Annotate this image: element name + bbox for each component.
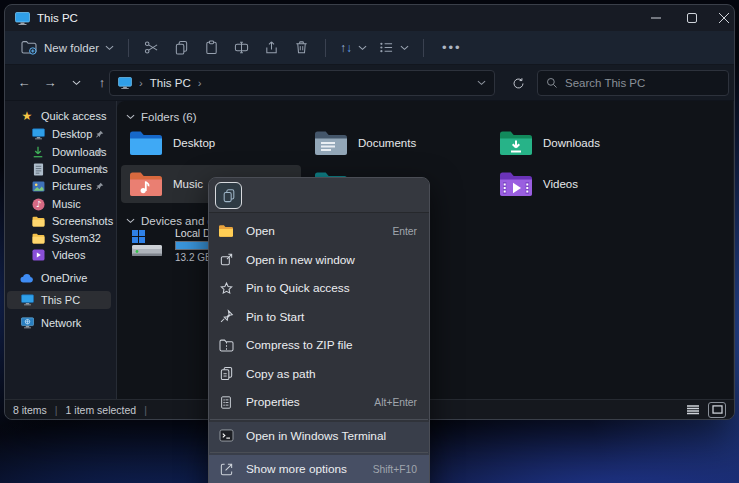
folder-music-icon (129, 169, 163, 199)
toolbar-divider (423, 39, 424, 57)
collapse-chevron-icon (126, 114, 135, 120)
chevron-down-icon (105, 45, 114, 51)
forward-button[interactable]: → (37, 75, 63, 90)
sidebar-item-music[interactable]: ♪ Music (7, 195, 111, 213)
copy-path-icon (218, 366, 234, 382)
menu-item-copy-as-path[interactable]: Copy as path (209, 360, 429, 389)
star-icon: ★ (20, 109, 34, 123)
context-menu-items: Open Enter Open in new window Pin to Qui… (209, 213, 429, 483)
folder-downloads-icon (499, 128, 533, 158)
sort-button[interactable]: ↑↓ (334, 35, 373, 61)
tile-label: Videos (543, 178, 578, 190)
breadcrumb[interactable]: This PC (150, 77, 191, 89)
cut-icon (144, 40, 159, 55)
menu-item-open-new-window[interactable]: Open in new window (209, 246, 429, 275)
sidebar-item-onedrive[interactable]: OneDrive (7, 269, 111, 287)
toolbar-divider (128, 39, 129, 57)
context-menu-command-bar (209, 178, 429, 213)
menu-item-pin-quick-access[interactable]: Pin to Quick access (209, 274, 429, 303)
sidebar-item-network[interactable]: Network (7, 314, 111, 332)
new-folder-button[interactable]: New folder (15, 35, 120, 61)
menu-item-label: Open in Windows Terminal (246, 429, 386, 443)
paste-button[interactable] (197, 35, 227, 61)
copy-icon (174, 40, 189, 55)
menu-item-show-more-options[interactable]: Show more options Shift+F10 (209, 455, 429, 483)
sidebar-item-quick-access[interactable]: ★Quick access (7, 107, 111, 125)
navigation-pane: ★Quick access Desktop Downloads Document… (5, 101, 113, 399)
trash-icon (294, 40, 309, 55)
onedrive-cloud-icon (20, 271, 34, 285)
sidebar-item-label: Desktop (52, 128, 92, 140)
tile-documents[interactable]: Documents (306, 124, 486, 162)
terminal-icon (218, 428, 234, 444)
search-box[interactable] (537, 70, 729, 96)
desktop-wallpaper: { "win": { "title": "This PC", "controls… (0, 0, 739, 483)
menu-item-label: Open (246, 224, 275, 238)
menu-separator (210, 419, 428, 420)
share-button[interactable] (257, 35, 287, 61)
document-icon (31, 162, 45, 176)
sort-icon: ↑↓ (340, 41, 352, 55)
sidebar-item-label: System32 (52, 232, 101, 244)
more-options-button[interactable]: ••• (432, 40, 472, 55)
sidebar-item-this-pc[interactable]: This PC (7, 291, 111, 309)
minimize-button[interactable] (639, 5, 673, 31)
sidebar-item-desktop[interactable]: Desktop (7, 125, 111, 143)
close-button[interactable] (707, 5, 739, 31)
pin-icon (95, 165, 104, 174)
sidebar-item-videos[interactable]: Videos (7, 246, 111, 264)
sidebar-item-system32[interactable]: System32 (7, 229, 111, 247)
title-bar: This PC (5, 5, 734, 31)
sidebar-item-pictures[interactable]: Pictures (7, 177, 111, 195)
music-icon: ♪ (31, 197, 45, 211)
open-new-window-icon (218, 252, 234, 268)
sidebar-item-label: OneDrive (41, 272, 87, 284)
refresh-button[interactable] (505, 70, 531, 96)
menu-item-pin-start[interactable]: Pin to Start (209, 303, 429, 332)
large-icons-view-button[interactable] (708, 402, 726, 418)
copy-icon (222, 188, 236, 203)
menu-item-label: Pin to Start (246, 310, 304, 324)
breadcrumb-chevron[interactable]: › (198, 77, 202, 89)
sidebar-item-documents[interactable]: Documents (7, 160, 111, 178)
videos-icon (31, 248, 45, 262)
sidebar-item-screenshots[interactable]: Screenshots (7, 212, 111, 230)
address-dropdown-chevron[interactable] (477, 80, 486, 86)
this-pc-monitor-icon (118, 77, 132, 89)
tile-label: Music (173, 178, 203, 190)
tile-downloads[interactable]: Downloads (491, 124, 671, 162)
details-view-button[interactable] (684, 402, 702, 418)
tile-label: Desktop (173, 137, 215, 149)
folders-section-header[interactable]: Folders (6) (126, 111, 197, 123)
sidebar-item-downloads[interactable]: Downloads (7, 143, 111, 161)
section-title: Folders (6) (141, 111, 197, 123)
pictures-icon (31, 179, 45, 193)
view-button[interactable] (373, 35, 415, 61)
rename-icon (234, 40, 249, 55)
tile-desktop[interactable]: Desktop (121, 124, 301, 162)
item-count: 8 items (13, 404, 47, 416)
menu-item-compress-zip[interactable]: Compress to ZIP file (209, 331, 429, 360)
copy-button[interactable] (167, 35, 197, 61)
view-options-icon (379, 41, 394, 54)
paste-icon (204, 40, 219, 55)
address-bar[interactable]: › This PC › (109, 70, 495, 96)
rename-button[interactable] (227, 35, 257, 61)
menu-item-label: Compress to ZIP file (246, 338, 353, 352)
back-button[interactable]: ← (11, 75, 37, 90)
menu-item-properties[interactable]: Properties Alt+Enter (209, 388, 429, 417)
maximize-button[interactable] (675, 5, 709, 31)
delete-button[interactable] (287, 35, 317, 61)
status-divider: | (55, 404, 58, 416)
downloads-icon (31, 145, 45, 159)
menu-item-open[interactable]: Open Enter (209, 217, 429, 246)
tile-videos[interactable]: Videos (491, 165, 671, 203)
chevron-down-icon (358, 45, 367, 51)
copy-command-button[interactable] (215, 182, 242, 209)
folder-open-icon (218, 223, 234, 239)
menu-item-open-windows-terminal[interactable]: Open in Windows Terminal (209, 422, 429, 451)
cut-button[interactable] (137, 35, 167, 61)
search-input[interactable] (565, 77, 705, 89)
pin-icon (95, 130, 104, 139)
recent-locations-chevron[interactable] (63, 80, 89, 86)
